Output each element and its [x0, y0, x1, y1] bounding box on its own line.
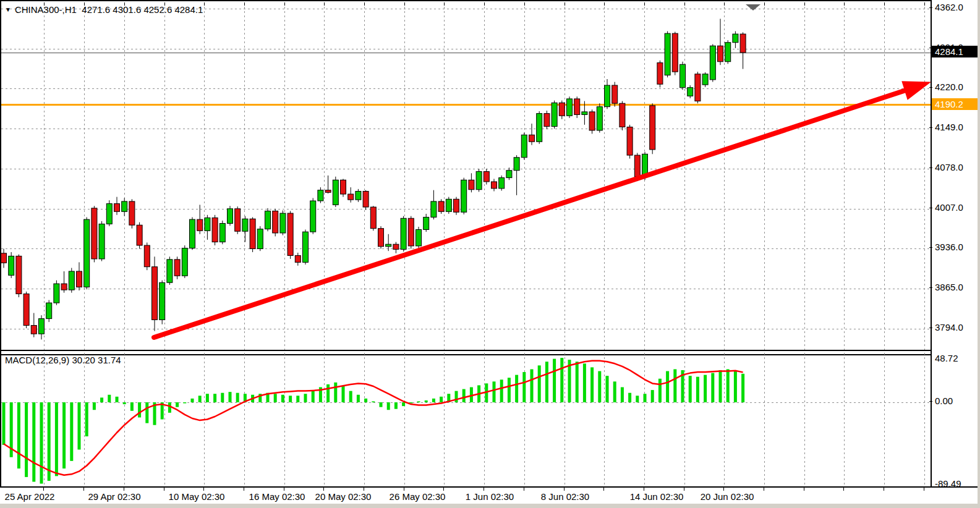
trend-arrow-head[interactable] [901, 81, 931, 99]
macd-histogram-bar [138, 402, 141, 417]
candle-bull [242, 219, 248, 231]
macd-histogram-bar [2, 402, 6, 445]
macd-histogram-bar [274, 394, 277, 402]
candle-bear [492, 182, 497, 188]
macd-histogram-bar [123, 402, 126, 404]
macd-histogram-bar [432, 399, 435, 402]
macd-histogram-bar [628, 393, 631, 402]
macd-histogram-bar [236, 393, 239, 402]
time-tick [644, 488, 644, 491]
candle-bear [574, 99, 580, 115]
macd-histogram-bar [191, 399, 194, 402]
candle-bull [219, 223, 225, 242]
macd-histogram-bar [40, 402, 43, 484]
chart-shift-marker-icon[interactable] [746, 4, 761, 11]
macd-histogram-bar [515, 375, 518, 402]
time-tick [843, 488, 844, 491]
time-tick [764, 488, 764, 491]
macd-histogram-bar [130, 402, 134, 411]
candle-bull [401, 218, 406, 249]
candle-bull [537, 114, 542, 142]
macd-histogram-bar [312, 391, 315, 402]
candle-bull [303, 232, 309, 262]
macd-header: MACD(12,26,9) 30.20 31.74 [5, 355, 121, 365]
time-axis[interactable]: 25 Apr 202229 Apr 02:3010 May 02:3016 Ma… [0, 486, 980, 504]
time-tick [404, 488, 404, 491]
time-tick [43, 488, 44, 491]
candle-bear [348, 194, 354, 200]
price-axis[interactable]: 4362.04291.04220.04149.04078.04007.03936… [932, 0, 978, 486]
candle-bull [190, 219, 195, 248]
time-tick [364, 488, 364, 491]
candle-bull [431, 201, 437, 218]
macd-histogram-bar [530, 369, 534, 402]
macd-histogram-bar [372, 401, 375, 402]
candle-bull [333, 180, 338, 205]
time-label: 20 May 02:30 [315, 491, 372, 502]
collapse-triangle-icon[interactable]: ▼ [5, 6, 11, 13]
macd-histogram-bar [289, 396, 292, 402]
macd-histogram-bar [741, 374, 744, 402]
macd-histogram-bar [522, 372, 526, 402]
candle-bull [280, 213, 286, 233]
candle-bull [665, 33, 670, 75]
macd-histogram-bar [545, 362, 548, 402]
candle-bear [634, 155, 640, 177]
candle-bear [152, 267, 158, 320]
macd-histogram-bar [229, 392, 232, 402]
candle-bull [567, 99, 573, 116]
candle-bear [454, 199, 459, 212]
candle-bull [69, 271, 74, 290]
candle-bull [9, 256, 14, 275]
candle-bull [710, 46, 715, 80]
macd-histogram-bar [606, 376, 609, 402]
candle-bull [605, 85, 610, 107]
candle-bull [318, 190, 323, 201]
price-label: 4078.0 [935, 162, 963, 173]
candle-bear [529, 135, 535, 142]
macd-histogram-bar [696, 377, 699, 402]
candle-bull [160, 282, 165, 320]
macd-histogram-bar [583, 363, 586, 402]
candle-bear [273, 211, 278, 233]
candle-bull [46, 303, 52, 319]
candle-bear [370, 207, 376, 229]
macd-histogram-bar [357, 395, 360, 402]
chart-region[interactable]: ▼CHINA300-,H1 4271.6 4301.6 4252.6 4284.… [0, 0, 932, 486]
macd-histogram-bar [168, 402, 171, 413]
macd-histogram-bar [198, 396, 202, 402]
candle-bull [205, 218, 210, 231]
macd-histogram-bar [17, 402, 20, 468]
macd-histogram-bar [176, 402, 179, 407]
macd-histogram-bar [726, 369, 730, 402]
candle-bear [650, 106, 655, 150]
level-price-badge: 4190.2 [932, 98, 978, 110]
price-label: 3865.0 [935, 282, 963, 293]
price-chart-canvas[interactable] [1, 1, 932, 351]
candle-bull [386, 244, 391, 247]
candle-bear [408, 218, 414, 246]
candle-bull [446, 199, 451, 211]
candle-bull [122, 201, 127, 211]
candle-bull [167, 260, 173, 282]
macd-histogram-bar [711, 373, 714, 402]
macd-histogram-bar [719, 370, 722, 402]
time-tick [83, 488, 84, 491]
candle-bull [39, 319, 45, 334]
time-tick [484, 488, 484, 491]
macd-indicator-canvas[interactable] [1, 353, 932, 488]
time-tick [124, 488, 124, 491]
time-label: 1 Jun 02:30 [466, 491, 514, 502]
macd-histogram-bar [394, 402, 398, 409]
price-tick [929, 7, 932, 8]
time-tick [603, 488, 604, 491]
macd-axis-label: 48.72 [935, 353, 958, 364]
candle-bear [92, 208, 97, 259]
price-tick [929, 247, 932, 248]
macd-histogram-bar [598, 371, 601, 402]
candle-bull [257, 229, 263, 249]
macd-histogram-bar [116, 397, 119, 402]
candle-bear [129, 201, 135, 225]
candle-bear [718, 46, 723, 62]
candle-bull [552, 103, 557, 126]
